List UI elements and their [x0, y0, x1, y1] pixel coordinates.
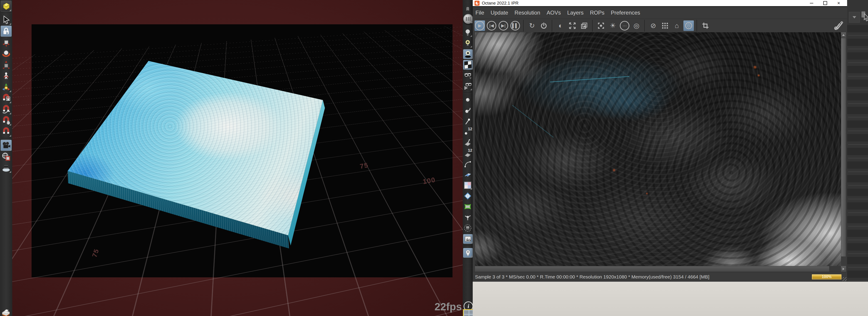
- character-tool-icon[interactable]: [1, 71, 11, 81]
- propeller-icon[interactable]: [463, 213, 472, 222]
- plane-pin-icon[interactable]: [463, 138, 472, 147]
- loupe-tool-icon[interactable]: [1, 163, 11, 173]
- refresh-icon[interactable]: ↻: [527, 21, 537, 31]
- pick-cursor-icon[interactable]: [861, 10, 868, 22]
- pause-icon[interactable]: ▌▌: [510, 21, 520, 31]
- vertical-scroll-thumb[interactable]: [841, 38, 846, 256]
- materials-icon[interactable]: [463, 60, 473, 69]
- light-icon[interactable]: [463, 28, 472, 37]
- expand-icon[interactable]: [567, 21, 578, 31]
- quad-view-toggle-icon[interactable]: [463, 309, 473, 316]
- panel-row: [847, 52, 868, 60]
- render-material-globe-icon[interactable]: [1, 151, 11, 162]
- panel-divider: [848, 62, 868, 63]
- panel-divider: [848, 267, 868, 267]
- scale-tool-icon[interactable]: [1, 60, 11, 70]
- menu-aovs[interactable]: AOVs: [547, 9, 561, 16]
- coil-icon[interactable]: [463, 3, 472, 12]
- close-button[interactable]: ×: [836, 1, 841, 6]
- render-passes-icon[interactable]: [683, 21, 694, 31]
- material-picker-icon[interactable]: ···: [619, 21, 630, 31]
- camera-glasses-play-icon[interactable]: [463, 81, 472, 90]
- axis-gizmo-icon[interactable]: [1, 82, 11, 92]
- sphere-count-icon[interactable]: 12: [463, 127, 472, 136]
- clone-window-icon[interactable]: [579, 21, 589, 31]
- toolbar-separator: [552, 20, 553, 32]
- selection-arrow-icon[interactable]: [1, 15, 11, 25]
- octane-title-bar[interactable]: Octane 2022.1 IPR ×: [473, 0, 847, 7]
- window-resize-grip[interactable]: [843, 277, 847, 281]
- power-icon[interactable]: [538, 21, 549, 31]
- octane-menu-bar: FileUpdateResolutionAOVsLayersROPsPrefer…: [473, 7, 847, 19]
- skip-to-start-icon[interactable]: |◀: [486, 21, 497, 31]
- panel-row: [847, 162, 868, 169]
- camera-tool-icon[interactable]: [1, 140, 11, 151]
- gauge-icon[interactable]: ⊘: [648, 21, 658, 31]
- texture-checker-icon[interactable]: [463, 181, 472, 190]
- folded-plane-icon[interactable]: [463, 170, 472, 179]
- add-light-icon[interactable]: [463, 39, 472, 48]
- minimize-button[interactable]: [809, 1, 814, 6]
- add-emitter-icon[interactable]: [463, 49, 473, 59]
- sphere-icon[interactable]: [463, 95, 472, 104]
- maximize-button[interactable]: [823, 1, 828, 6]
- grid-coordinate-label: 75: [359, 161, 369, 170]
- snap-point-magnet-icon[interactable]: [1, 115, 11, 126]
- horizontal-scroll-thumb[interactable]: [475, 266, 829, 272]
- count-badge: 12: [468, 148, 472, 153]
- panel-row: [847, 243, 868, 251]
- home-icon[interactable]: ⌂: [672, 21, 682, 31]
- snap-magnet-icon[interactable]: [1, 126, 11, 137]
- octane-toolbar: ▶|◀▶|▌▌↻◐☀···◎⊘⌂: [473, 19, 847, 32]
- pin-icon[interactable]: [463, 117, 472, 126]
- render-view[interactable]: [475, 32, 846, 266]
- lock-tool-icon[interactable]: [1, 26, 11, 37]
- focus-picker-icon[interactable]: [596, 21, 606, 31]
- skip-to-end-icon[interactable]: ▶|: [498, 21, 508, 31]
- panel-divider: [848, 90, 868, 90]
- toolbar-separator: [464, 92, 472, 93]
- white-balance-icon[interactable]: ☀: [608, 21, 618, 31]
- move-tool-icon[interactable]: [1, 37, 11, 48]
- snap-spline-magnet-icon[interactable]: [1, 104, 11, 115]
- menu-update[interactable]: Update: [491, 9, 508, 16]
- octane-logo-icon: [474, 1, 479, 6]
- target-icon[interactable]: ◎: [631, 21, 642, 31]
- image-texture-icon[interactable]: [463, 234, 473, 244]
- corner-widget-icon: [1, 308, 11, 316]
- vertical-scrollbar[interactable]: [841, 32, 846, 266]
- location-pin-icon[interactable]: [463, 248, 473, 258]
- rotate-tool-icon[interactable]: [1, 49, 11, 59]
- menu-layers[interactable]: Layers: [567, 9, 584, 16]
- objects-button[interactable]: [463, 14, 473, 24]
- diamond-icon[interactable]: [463, 192, 472, 201]
- smoke-grain-overlay: [475, 32, 841, 266]
- menu-file[interactable]: File: [475, 9, 484, 16]
- wrench-icon[interactable]: [833, 20, 844, 31]
- contrast-icon[interactable]: ◐: [555, 21, 566, 31]
- play-icon[interactable]: ▶: [474, 21, 485, 31]
- bezier-icon[interactable]: [463, 160, 472, 169]
- live-selection-cube-icon[interactable]: [1, 1, 11, 11]
- panel-dropdown-button[interactable]: [849, 12, 860, 23]
- camera-glasses-icon[interactable]: [463, 71, 472, 80]
- warp-square-icon[interactable]: [463, 202, 472, 211]
- panel-row: [847, 257, 868, 264]
- snap-grid-magnet-icon[interactable]: [1, 93, 11, 104]
- scroll-up-button[interactable]: [841, 32, 846, 38]
- scroll-right-button[interactable]: [841, 266, 846, 272]
- panel-row: [847, 216, 868, 223]
- menu-preferences[interactable]: Preferences: [611, 9, 640, 16]
- sphere-hook-icon[interactable]: [463, 106, 472, 115]
- menu-rops[interactable]: ROPs: [590, 9, 604, 16]
- horizontal-scrollbar[interactable]: [475, 266, 846, 272]
- menu-resolution[interactable]: Resolution: [515, 9, 540, 16]
- panel-divider: [848, 240, 868, 240]
- panel-divider: [848, 226, 868, 227]
- render-region-circle-icon[interactable]: [463, 224, 472, 233]
- grid-dots-icon[interactable]: [660, 21, 670, 31]
- toolbar-separator: [696, 20, 698, 32]
- plane-count-icon[interactable]: 12: [463, 149, 472, 158]
- viewport-3d[interactable]: 7510075 22fps: [12, 0, 463, 316]
- crop-icon[interactable]: [700, 21, 711, 31]
